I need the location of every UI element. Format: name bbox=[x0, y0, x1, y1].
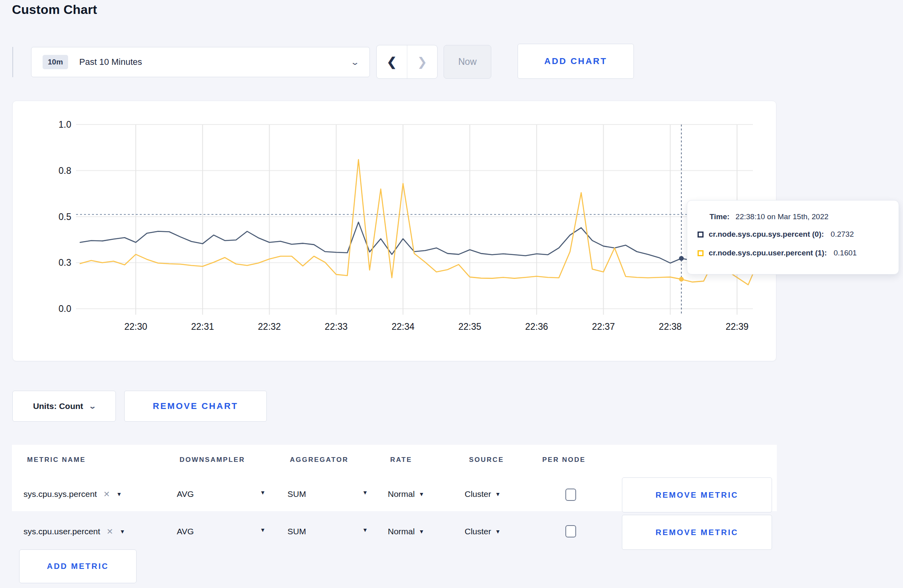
svg-text:22:30: 22:30 bbox=[124, 321, 147, 332]
remove-chart-button[interactable]: REMOVE CHART bbox=[124, 391, 267, 422]
source-value: Cluster bbox=[465, 489, 491, 499]
rate-value: Normal bbox=[388, 489, 415, 499]
svg-text:22:32: 22:32 bbox=[258, 321, 281, 332]
downsampler-select[interactable]: AVG bbox=[177, 489, 194, 499]
clear-metric-icon[interactable]: ✕ bbox=[103, 489, 110, 499]
clear-metric-icon[interactable]: ✕ bbox=[107, 527, 113, 536]
dropdown-arrow-icon: ▼ bbox=[495, 491, 501, 497]
tooltip-series-row: cr.node.sys.cpu.user.percent (1): 0.1601 bbox=[698, 249, 857, 257]
metric-name-select[interactable]: sys.cpu.user.percent ✕ ▼ bbox=[23, 527, 125, 536]
remove-metric-button[interactable]: REMOVE METRIC bbox=[622, 477, 772, 512]
source-select[interactable]: Cluster ▼ bbox=[465, 527, 500, 536]
chevron-down-icon: ⌄ bbox=[88, 402, 96, 411]
dropdown-arrow-icon[interactable]: ▼ bbox=[260, 527, 266, 533]
dropdown-arrow-icon[interactable]: ▼ bbox=[362, 489, 368, 496]
now-button[interactable]: Now bbox=[444, 45, 491, 79]
chevron-right-icon: ❯ bbox=[417, 55, 427, 69]
source-value: Cluster bbox=[465, 527, 491, 536]
rate-select[interactable]: Normal ▼ bbox=[388, 527, 424, 536]
custom-chart-page: Custom Chart 10m Past 10 Minutes ⌄ ❮ ❯ N… bbox=[0, 0, 903, 588]
tooltip-time-row: Time: 22:38:10 on Mar 15th, 2022 bbox=[710, 212, 829, 221]
chart-tooltip: Time: 22:38:10 on Mar 15th, 2022 cr.node… bbox=[687, 200, 899, 275]
rate-value: Normal bbox=[388, 527, 415, 536]
svg-text:0.8: 0.8 bbox=[59, 165, 71, 176]
metric-name-value: sys.cpu.sys.percent bbox=[23, 489, 97, 499]
svg-text:22:31: 22:31 bbox=[191, 321, 214, 332]
chart-card: 0.00.30.50.81.022:3022:3122:3222:3322:34… bbox=[12, 101, 776, 361]
units-dropdown[interactable]: Units: Count ⌄ bbox=[12, 391, 116, 422]
metric-name-value: sys.cpu.user.percent bbox=[23, 527, 100, 536]
svg-text:0.0: 0.0 bbox=[59, 304, 71, 314]
tooltip-series-value: 0.1601 bbox=[834, 249, 857, 257]
chevron-left-icon: ❮ bbox=[387, 55, 397, 69]
svg-text:1.0: 1.0 bbox=[59, 119, 71, 130]
units-label: Units: Count bbox=[33, 401, 83, 411]
dropdown-arrow-icon: ▼ bbox=[119, 528, 125, 535]
svg-text:22:36: 22:36 bbox=[525, 321, 548, 332]
source-select[interactable]: Cluster ▼ bbox=[465, 489, 500, 499]
prev-range-button[interactable]: ❮ bbox=[377, 45, 407, 78]
series-swatch-icon bbox=[698, 250, 704, 256]
chevron-down-icon: ⌄ bbox=[350, 57, 360, 67]
header-downsampler: DOWNSAMPLER bbox=[180, 456, 245, 464]
tooltip-time-label: Time: bbox=[710, 212, 729, 221]
tooltip-series-value: 0.2732 bbox=[831, 230, 854, 239]
header-source: SOURCE bbox=[469, 456, 504, 464]
svg-text:22:34: 22:34 bbox=[391, 321, 414, 332]
svg-text:22:37: 22:37 bbox=[592, 321, 615, 332]
tooltip-time-value: 22:38:10 on Mar 15th, 2022 bbox=[735, 212, 828, 221]
svg-text:22:35: 22:35 bbox=[458, 321, 481, 332]
aggregator-select[interactable]: SUM bbox=[287, 489, 306, 499]
time-nav-group: ❮ ❯ bbox=[376, 45, 438, 79]
rate-select[interactable]: Normal ▼ bbox=[388, 489, 424, 499]
page-title: Custom Chart bbox=[12, 2, 97, 17]
dropdown-arrow-icon: ▼ bbox=[419, 528, 424, 535]
time-range-dropdown[interactable]: 10m Past 10 Minutes ⌄ bbox=[31, 47, 370, 77]
dropdown-arrow-icon: ▼ bbox=[495, 528, 501, 535]
svg-text:22:39: 22:39 bbox=[725, 321, 749, 332]
dropdown-arrow-icon[interactable]: ▼ bbox=[362, 527, 368, 533]
add-metric-button[interactable]: ADD METRIC bbox=[19, 549, 137, 583]
dropdown-arrow-icon: ▼ bbox=[116, 491, 122, 497]
svg-text:22:38: 22:38 bbox=[659, 321, 682, 332]
header-metric-name: METRIC NAME bbox=[27, 456, 86, 464]
dropdown-arrow-icon: ▼ bbox=[419, 491, 424, 497]
remove-metric-button[interactable]: REMOVE METRIC bbox=[622, 515, 772, 550]
header-per-node: PER NODE bbox=[542, 456, 586, 464]
time-range-badge: 10m bbox=[43, 55, 68, 69]
toolbar-divider bbox=[12, 47, 13, 77]
tooltip-series-label: cr.node.sys.cpu.sys.percent (0): bbox=[709, 230, 824, 239]
timeseries-chart[interactable]: 0.00.30.50.81.022:3022:3122:3222:3322:34… bbox=[13, 101, 776, 361]
header-aggregator: AGGREGATOR bbox=[290, 456, 348, 464]
aggregator-select[interactable]: SUM bbox=[287, 527, 306, 536]
per-node-checkbox[interactable] bbox=[565, 489, 576, 501]
svg-text:0.5: 0.5 bbox=[59, 212, 71, 222]
svg-text:22:33: 22:33 bbox=[325, 321, 348, 332]
series-swatch-icon bbox=[698, 232, 704, 238]
next-range-button[interactable]: ❯ bbox=[407, 45, 438, 78]
add-chart-button[interactable]: ADD CHART bbox=[518, 44, 634, 79]
downsampler-select[interactable]: AVG bbox=[177, 527, 194, 536]
per-node-checkbox[interactable] bbox=[565, 525, 576, 537]
metric-name-select[interactable]: sys.cpu.sys.percent ✕ ▼ bbox=[23, 489, 122, 499]
tooltip-series-label: cr.node.sys.cpu.user.percent (1): bbox=[709, 249, 827, 257]
header-rate: RATE bbox=[390, 456, 412, 464]
dropdown-arrow-icon[interactable]: ▼ bbox=[260, 489, 266, 496]
time-range-label: Past 10 Minutes bbox=[79, 57, 142, 67]
tooltip-series-row: cr.node.sys.cpu.sys.percent (0): 0.2732 bbox=[698, 230, 854, 239]
svg-text:0.3: 0.3 bbox=[59, 257, 71, 268]
